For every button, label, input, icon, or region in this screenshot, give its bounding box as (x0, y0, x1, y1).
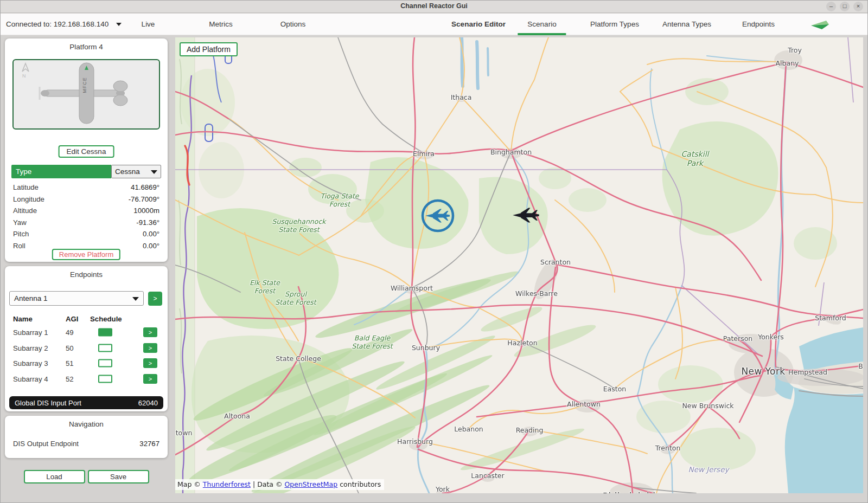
map-label-area: SproulState Forest (275, 290, 316, 306)
map-tiles (175, 37, 863, 493)
connection-dropdown[interactable]: Connected to: 192.168.168.140 (6, 14, 122, 35)
platform-field-pitch: Pitch0.00° (5, 228, 168, 240)
field-label: Longitude (13, 195, 44, 203)
platform-panel: Platform 4 N MFCE (5, 38, 168, 262)
nav-bar: Connected to: 192.168.168.140 LiveMetric… (1, 14, 867, 35)
close-button[interactable]: × (853, 2, 863, 11)
save-button[interactable]: Save (88, 470, 149, 483)
map-label-city: Paterson (723, 334, 752, 343)
column-name: Name (13, 315, 33, 323)
title-bar: Channel Reactor Gui –□× (1, 1, 867, 13)
cessna-topview: MFCE (40, 63, 127, 124)
schedule-checkbox[interactable] (98, 344, 112, 352)
map-label-city: Scranton (540, 258, 571, 266)
connection-label: Connected to: 192.168.168.140 (6, 20, 108, 28)
field-value: -76.7009° (129, 195, 159, 203)
schedule-checkbox[interactable] (98, 328, 112, 337)
endpoint-go-button[interactable]: > (143, 327, 157, 337)
schedule-checkbox[interactable] (98, 359, 112, 367)
svg-text:N: N (22, 73, 26, 79)
map-label-city: Philadelphia (603, 491, 661, 493)
map-label-city: Stamford (815, 314, 846, 322)
map-label-area: Bald EagleState Forest (352, 334, 392, 350)
platform-marker[interactable] (510, 206, 541, 227)
global-dis-label: Global DIS Input Port (15, 399, 81, 407)
add-platform-button[interactable]: Add Platform (180, 42, 238, 56)
field-value: -91.36° (136, 218, 159, 227)
antenna-select[interactable]: Antenna 1 (9, 291, 144, 306)
minimize-button[interactable]: – (826, 2, 836, 11)
map-label-city: town (176, 429, 193, 437)
load-button[interactable]: Load (24, 470, 85, 483)
compass-icon: N (22, 63, 29, 79)
platform-fields: Latitude41.6869°Longitude-76.7009°Altitu… (5, 182, 168, 252)
global-dis-value: 62040 (138, 399, 158, 407)
plane-logo-icon (810, 19, 831, 31)
openstreetmap-link[interactable]: OpenStreetMap (284, 480, 337, 488)
chevron-down-icon (132, 297, 139, 301)
edit-platform-button[interactable]: Edit Cessna (59, 145, 114, 158)
field-value: 41.6869° (131, 183, 159, 191)
tab-live[interactable]: Live (142, 14, 155, 35)
endpoints-panel-title: Endpoints (5, 270, 168, 279)
remove-platform-button[interactable]: Remove Platform (52, 249, 120, 260)
map-label-city: Ithaca (451, 93, 472, 101)
dis-output-endpoint-row: DIS Output Endpoint 32767 (5, 440, 168, 448)
endpoints-panel: Endpoints Antenna 1 > Name AGI Schedule … (5, 266, 168, 411)
chevron-down-icon (151, 170, 157, 174)
field-label: Pitch (13, 230, 29, 238)
endpoints-table-header: Name AGI Schedule (5, 315, 168, 324)
platform-panel-title: Platform 4 (5, 43, 168, 51)
tab-scenario[interactable]: Scenario (527, 14, 556, 35)
endpoint-row: Subarray 250> (5, 340, 168, 356)
map-label-city: Hazleton (507, 339, 537, 347)
map-attribution: Map © Thunderforest | Data © OpenStreetM… (175, 479, 384, 490)
field-value: 0.00° (143, 230, 159, 238)
endpoint-agi: 51 (66, 359, 74, 367)
thunderforest-link[interactable]: Thunderforest (203, 480, 251, 488)
map-label-city: Trenton (655, 444, 681, 452)
map-label-city: Troy (788, 46, 802, 54)
map-label-city: Lancaster (471, 472, 504, 480)
endpoint-go-button[interactable]: > (143, 374, 157, 384)
endpoint-name: Subarray 1 (13, 328, 48, 337)
antenna-go-button[interactable]: > (148, 292, 162, 306)
map-label-city: Yonkers (758, 333, 784, 341)
tab-antenna-types[interactable]: Antenna Types (662, 14, 711, 35)
tab-platform-types[interactable]: Platform Types (590, 14, 639, 35)
platform-preview: N MFCE (12, 59, 160, 130)
map-label-city: Albany (776, 59, 799, 67)
tab-metrics[interactable]: Metrics (209, 14, 233, 35)
map-label-area: Tioga StateForest (320, 192, 359, 208)
endpoint-name: Subarray 3 (13, 359, 48, 367)
tab-scenario-editor[interactable]: Scenario Editor (451, 14, 506, 35)
map-label-city: Harrisburg (397, 437, 433, 446)
map-label-area: CatskillPark (681, 150, 709, 168)
dis-output-label: DIS Output Endpoint (13, 440, 79, 448)
endpoint-go-button[interactable]: > (143, 343, 157, 353)
selected-platform-marker[interactable] (419, 197, 457, 237)
field-label: Yaw (13, 218, 27, 227)
maximize-button[interactable]: □ (840, 2, 850, 11)
map-label-city: Williamsport (391, 284, 433, 292)
type-label: Type (11, 165, 111, 178)
field-value: 10000m (133, 207, 159, 215)
map-view[interactable]: Add Platform TroyAlbanyIthacaElmiraBingh… (175, 37, 863, 493)
endpoint-row: Subarray 351> (5, 356, 168, 371)
map-label-city: Wilkes-Barre (515, 289, 558, 298)
type-select[interactable]: Cessna (111, 165, 161, 178)
tab-endpoints[interactable]: Endpoints (742, 14, 775, 35)
platform-field-longitude: Longitude-76.7009° (5, 194, 168, 205)
map-label-area: SusquehannockState Forest (272, 217, 326, 234)
map-label-city: Easton (603, 385, 627, 393)
tab-options[interactable]: Options (280, 14, 306, 35)
endpoint-go-button[interactable]: > (143, 358, 157, 368)
schedule-checkbox[interactable] (98, 375, 112, 383)
map-label-city: New Brunswick (682, 402, 733, 410)
map-label-city: York (436, 485, 450, 493)
map-label-city: New York (741, 366, 785, 377)
map-label-city: State College (276, 354, 321, 363)
field-label: Latitude (13, 183, 39, 191)
field-label: Altitude (13, 207, 37, 215)
endpoint-rows: Subarray 149>Subarray 250>Subarray 351>S… (5, 325, 168, 386)
